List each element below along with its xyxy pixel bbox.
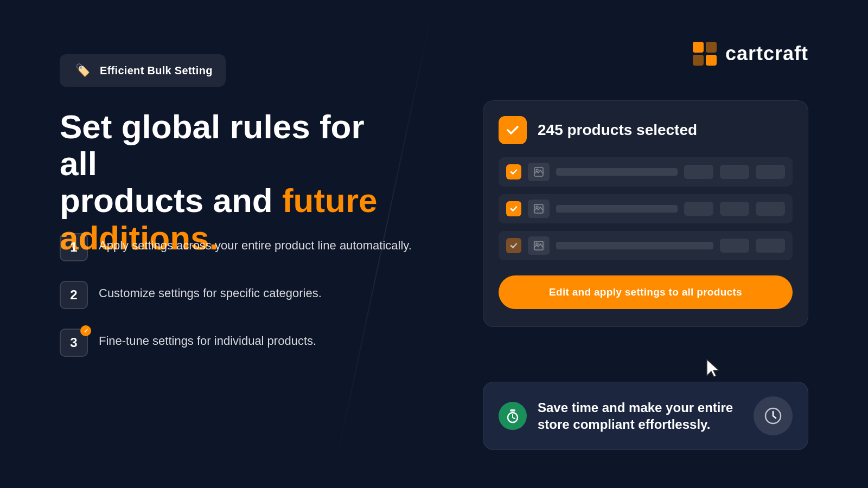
step-number-3: 3 [60, 329, 88, 357]
cursor-icon [705, 357, 724, 382]
step-number-1: 1 [60, 233, 88, 261]
bottom-card-text: Save time and make your entire store com… [538, 399, 743, 433]
bottom-info-card: Save time and make your entire store com… [483, 382, 808, 450]
row-pill-1c [756, 165, 785, 179]
steps-list: 1 Apply settings across your entire prod… [60, 233, 412, 357]
product-thumbnail-3 [528, 236, 550, 255]
step-3: 3 Fine-tune settings for individual prod… [60, 329, 412, 357]
step-text-1: Apply settings across your entire produc… [99, 233, 412, 254]
row-pill-3a [720, 239, 749, 253]
svg-rect-1 [706, 42, 717, 53]
clock-button[interactable] [754, 396, 793, 435]
product-thumbnail-1 [528, 163, 550, 181]
product-row [499, 194, 793, 223]
step-text-2: Customize settings for specific categori… [99, 281, 322, 302]
row-checkbox-1[interactable] [506, 164, 521, 179]
badge-icon: 🏷️ [73, 61, 92, 80]
svg-rect-3 [706, 55, 717, 66]
row-bar-2 [556, 205, 678, 213]
step-text-3: Fine-tune settings for individual produc… [99, 329, 316, 350]
row-checkbox-3[interactable] [506, 238, 521, 253]
row-pill-2b [720, 202, 749, 216]
apply-settings-button[interactable]: Edit and apply settings to all products [499, 275, 793, 309]
product-row [499, 157, 793, 187]
selection-header: 245 products selected [499, 116, 793, 144]
feature-badge: 🏷️ Efficient Bulk Setting [60, 54, 226, 87]
brand-name: cartcraft [725, 42, 808, 65]
row-pill-3b [756, 239, 785, 253]
product-panel: 245 products selected [483, 100, 808, 327]
step-number-2: 2 [60, 281, 88, 309]
product-thumbnail-2 [528, 200, 550, 218]
row-pill-2a [684, 202, 713, 216]
badge-label: Efficient Bulk Setting [100, 65, 213, 77]
select-all-checkbox[interactable] [499, 116, 527, 144]
svg-rect-0 [693, 42, 704, 53]
selected-count-text: 245 products selected [538, 121, 697, 139]
svg-rect-2 [693, 55, 704, 66]
row-pill-2c [756, 202, 785, 216]
step-1: 1 Apply settings across your entire prod… [60, 233, 412, 261]
step-2: 2 Customize settings for specific catego… [60, 281, 412, 309]
row-bar-1 [556, 168, 678, 176]
svg-rect-10 [510, 409, 515, 412]
row-checkbox-2[interactable] [506, 201, 521, 216]
row-pill-1b [720, 165, 749, 179]
product-list [499, 157, 793, 260]
timer-icon [499, 402, 527, 430]
row-pill-1a [684, 165, 713, 179]
logo-icon [692, 41, 718, 67]
product-row [499, 231, 793, 260]
brand-logo: cartcraft [692, 41, 808, 67]
row-bar-3 [556, 242, 713, 249]
